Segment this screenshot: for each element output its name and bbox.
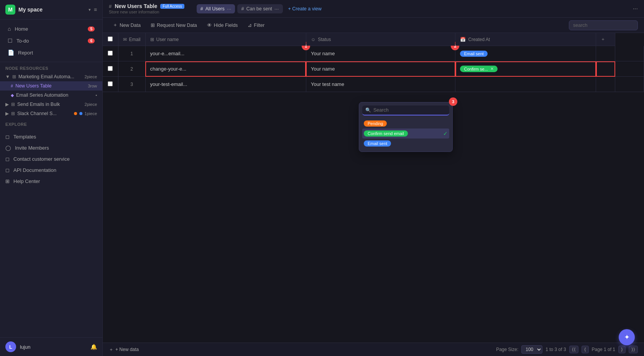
range-label: 1 to 3 of 3	[545, 347, 566, 352]
header-email: ✉ Email	[118, 33, 145, 46]
row1-email-cell[interactable]: your-e...email... 1	[145, 46, 306, 61]
step-badge-3: 3	[449, 97, 457, 106]
home-badge: 5	[88, 26, 95, 31]
collapse-sidebar-icon[interactable]: ≡	[94, 7, 97, 13]
page-size-label: Page Size:	[496, 347, 518, 352]
search-input[interactable]	[569, 20, 638, 30]
filter-label: Filter	[254, 23, 264, 28]
row2-created-cell[interactable]	[596, 61, 615, 77]
request-icon: ⊞	[151, 22, 155, 28]
header-add-col[interactable]: ＋	[596, 33, 615, 46]
prev-page-button[interactable]: ⟨	[582, 346, 589, 353]
row2-email-cell[interactable]: change-your-e...	[145, 61, 306, 77]
row3-username-value: Your test name	[311, 81, 344, 87]
sidebar-home-label: Home	[15, 26, 84, 32]
bell-icon[interactable]: 🔔	[90, 344, 97, 350]
marketing-label: Marketing Email Automa...	[18, 74, 82, 79]
sidebar-item-report[interactable]: 📄 Report	[2, 47, 100, 58]
row3-created-cell[interactable]	[596, 77, 615, 92]
node-resources-label: Node Resources	[0, 62, 102, 72]
sidebar-item-send-emails[interactable]: ▶ ⊞ Send Emails in Bulk 2piece	[0, 100, 102, 109]
dropdown-search-input[interactable]	[373, 107, 446, 113]
status-col-icon: ☺	[311, 37, 315, 42]
explore-templates[interactable]: ◻ Templates	[0, 131, 102, 142]
row3-status-cell[interactable]	[455, 77, 596, 92]
hash-icon: #	[109, 3, 112, 9]
new-data-button[interactable]: ＋ New Data	[109, 20, 145, 30]
filter-button[interactable]: ⊿ Filter	[244, 20, 268, 30]
created-at-col-label: Created At	[468, 37, 490, 42]
select-all-checkbox[interactable]	[108, 36, 113, 41]
tab-all-users-more-icon[interactable]: ···	[227, 6, 232, 12]
sidebar-item-todo[interactable]: ☐ To-do 6	[2, 35, 100, 46]
tab-can-be-sent-more-icon[interactable]: ···	[274, 6, 279, 12]
row1-created-cell[interactable]	[596, 46, 615, 61]
dropdown-search-icon: 🔍	[365, 107, 371, 113]
badge-close-icon[interactable]: ✕	[490, 66, 494, 71]
sidebar-item-home[interactable]: ⌂ Home 5	[2, 23, 100, 35]
table-icon: #	[11, 84, 13, 88]
last-page-button[interactable]: ⟩⟩	[629, 346, 638, 353]
sidebar-item-new-users-table[interactable]: # New Users Table 3row	[0, 81, 102, 91]
topbar-more-icon[interactable]: ···	[633, 5, 638, 12]
tab-can-be-sent[interactable]: # Can be sent ···	[237, 4, 283, 13]
table-row: 1 your-e...email... 1 Your name 2 Email …	[103, 46, 644, 61]
request-new-data-button[interactable]: ⊞ Request New Data	[147, 20, 201, 30]
table-row: 2 change-your-e... Your name Confirm se.…	[103, 61, 644, 77]
table-row: 3 your-test-email... Your test name	[103, 77, 644, 92]
row2-checkbox-cell	[103, 61, 118, 77]
status-dropdown-overlay: 🔍 Pending Confirm send email ✓ Email sen…	[359, 102, 453, 152]
sidebar-item-marketing[interactable]: ▼ ⊞ Marketing Email Automa... 2piece	[0, 72, 102, 81]
sidebar-todo-label: To-do	[16, 38, 84, 44]
row3-username-cell[interactable]: Your test name	[306, 77, 455, 92]
new-data-label: New Data	[120, 23, 141, 28]
new-users-table-label: New Users Table	[15, 83, 85, 89]
row1-status-cell[interactable]: Email sent	[455, 46, 596, 61]
dropdown-search-row: 🔍	[362, 105, 449, 115]
sidebar: M My space ▾ ≡ ⌂ Home 5 ☐ To-do 6 📄 Repo…	[0, 0, 103, 356]
filter-icon: ⊿	[248, 22, 252, 28]
row1-checkbox[interactable]	[108, 51, 113, 56]
new-data-bottom-button[interactable]: ＋ + New data	[109, 346, 139, 353]
next-page-button[interactable]: ⟩	[618, 346, 626, 353]
row2-checkbox[interactable]	[108, 66, 113, 71]
row3-email-cell[interactable]: your-test-email...	[145, 77, 306, 92]
explore-api[interactable]: ◻ API Documentation	[0, 165, 102, 176]
hide-fields-button[interactable]: 👁 Hide Fields	[203, 21, 242, 30]
hide-fields-label: Hide Fields	[214, 23, 238, 28]
invite-icon: ◯	[5, 145, 11, 151]
tab-all-users[interactable]: # All Users ···	[197, 4, 235, 13]
help-label: Help Center	[13, 178, 40, 184]
create-view-button[interactable]: + Create a view	[285, 5, 325, 13]
row2-status-cell[interactable]: Confirm se... ✕	[455, 61, 596, 77]
main-content: # New Users Table Full Access Store new …	[103, 0, 644, 356]
explore-help[interactable]: ⊞ Help Center	[0, 176, 102, 187]
dropdown-option-confirm[interactable]: Confirm send email ✓	[362, 129, 449, 138]
todo-badge: 6	[88, 38, 95, 43]
row3-checkbox[interactable]	[108, 81, 113, 86]
tab-can-be-sent-label: Can be sent	[246, 6, 272, 12]
status-col-label: Status	[318, 37, 331, 42]
templates-icon: ◻	[5, 134, 10, 140]
fab-button[interactable]: ✦	[619, 329, 635, 345]
sidebar-item-email-series[interactable]: ◆ Email Series Automation •	[0, 91, 102, 100]
first-page-button[interactable]: ⟨⟨	[569, 346, 578, 353]
row1-username-cell[interactable]: Your name 2	[306, 46, 455, 61]
page-size-select[interactable]: 100 50 25	[521, 345, 542, 354]
dropdown-option-pending[interactable]: Pending	[362, 119, 449, 129]
workspace-header[interactable]: M My space ▾ ≡	[0, 0, 102, 20]
plus-icon-bottom: ＋	[109, 346, 113, 353]
explore-invite[interactable]: ◯ Invite Members	[0, 142, 102, 153]
home-icon: ⌂	[8, 26, 11, 32]
explore-contact[interactable]: ◻ Contact customer service	[0, 153, 102, 165]
user-name: lujun	[20, 344, 87, 350]
invite-label: Invite Members	[15, 145, 49, 151]
create-view-label: + Create a view	[288, 6, 322, 12]
row2-username-cell[interactable]: Your name	[306, 61, 455, 77]
send-emails-badge: 2piece	[85, 102, 97, 107]
bottom-bar: ＋ + New data Page Size: 100 50 25 1 to 3…	[103, 343, 644, 356]
row3-num: 3	[118, 77, 145, 92]
row1-username-value: Your name	[311, 51, 335, 56]
dropdown-option-email-sent[interactable]: Email sent	[362, 138, 449, 148]
sidebar-item-slack-channel[interactable]: ▶ ⊞ Slack Channel S... 1piece	[0, 109, 102, 118]
